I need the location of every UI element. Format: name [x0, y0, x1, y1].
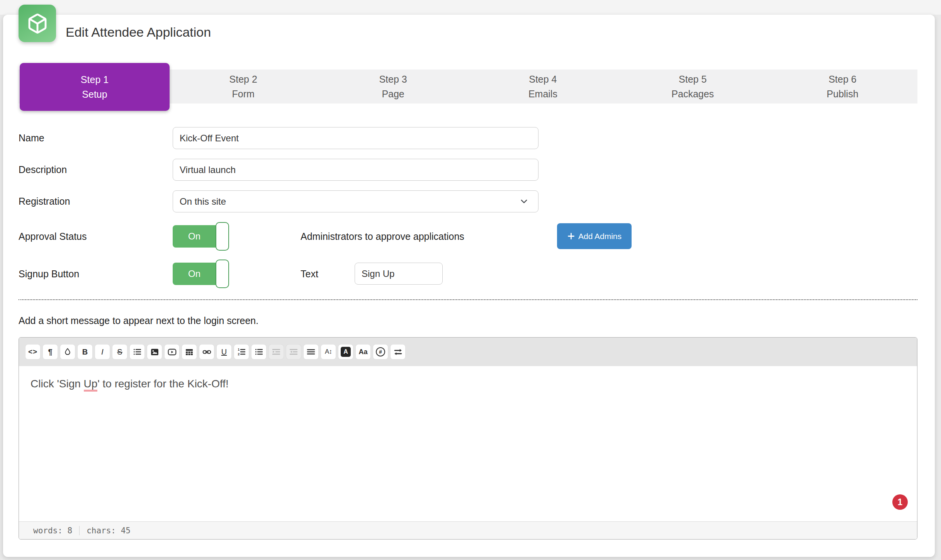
swap-arrows-icon — [393, 347, 403, 357]
approval-status-label: Approval Status — [19, 231, 87, 242]
view-html-button[interactable]: <> — [25, 344, 40, 359]
font-size-button[interactable]: A↕ — [321, 344, 336, 359]
unordered-list-icon — [132, 347, 142, 356]
italic-button[interactable]: I — [95, 344, 110, 359]
dotted-divider — [19, 299, 917, 300]
bullet-list-icon — [254, 347, 263, 356]
marked-text: Up — [84, 378, 98, 392]
text-case-icon: Aa — [358, 348, 367, 356]
name-input[interactable]: Kick-Off Event — [173, 127, 538, 149]
main-card: Edit Attendee Application Step 1 Setup S… — [3, 15, 935, 557]
italic-icon: I — [101, 347, 104, 356]
indent-button[interactable] — [269, 344, 284, 359]
step-tab-5[interactable]: Step 5 Packages — [618, 70, 768, 104]
text-background-icon: A — [341, 347, 351, 357]
step-tab-3[interactable]: Step 3 Page — [318, 70, 468, 104]
app-logo — [19, 5, 56, 42]
signup-text-input[interactable]: Sign Up — [355, 263, 443, 285]
add-admins-button[interactable]: Add Admins — [557, 223, 632, 249]
text-background-button[interactable]: A — [338, 344, 353, 359]
signup-text-label: Text — [301, 268, 318, 279]
strikethrough-button[interactable]: S — [112, 344, 127, 359]
box-icon — [27, 13, 48, 34]
outdent-icon — [289, 347, 298, 356]
text-direction-button[interactable] — [391, 344, 405, 359]
underline-icon: U — [221, 348, 227, 356]
step-tab-2[interactable]: Step 2 Form — [168, 70, 318, 104]
page-title: Edit Attendee Application — [66, 25, 211, 40]
name-label: Name — [19, 132, 44, 143]
image-icon — [150, 347, 160, 357]
approval-toggle-knob — [216, 222, 229, 251]
ordered-list-icon: 1 2 — [237, 347, 246, 356]
svg-text:1: 1 — [238, 348, 240, 351]
word-count: words: 8 — [33, 526, 72, 535]
editor-toolbar: <> ¶ B I S — [19, 338, 917, 366]
registration-select[interactable]: On this site — [173, 190, 538, 212]
signup-toggle-knob — [216, 260, 229, 288]
link-icon — [202, 347, 212, 357]
approval-toggle-state: On — [173, 225, 216, 248]
rich-text-editor: <> ¶ B I S — [19, 337, 917, 540]
editor-hint-text: Add a short message to appear next to th… — [19, 315, 258, 326]
indent-icon — [272, 347, 281, 356]
align-justify-icon — [306, 347, 316, 356]
char-count: chars: 45 — [87, 526, 131, 535]
signup-toggle[interactable]: On — [173, 263, 229, 285]
insert-table-button[interactable] — [182, 344, 197, 359]
link-button[interactable] — [199, 344, 214, 359]
plus-icon — [567, 232, 575, 240]
ordered-list-button[interactable]: 1 2 — [234, 344, 249, 359]
text-case-button[interactable]: Aa — [356, 344, 370, 359]
paragraph-icon: ¶ — [48, 348, 52, 356]
special-character-button[interactable]: # — [373, 344, 388, 359]
paragraph-format-button[interactable]: ¶ — [43, 344, 58, 359]
outdent-button[interactable] — [286, 344, 301, 359]
chevron-down-icon — [519, 196, 529, 207]
underline-button[interactable]: U — [217, 344, 231, 359]
signup-toggle-state: On — [173, 263, 216, 285]
step-tab-6[interactable]: Step 6 Publish — [768, 70, 917, 104]
error-count-badge: 1 — [892, 494, 908, 510]
font-size-icon: A↕ — [325, 348, 332, 356]
registration-label: Registration — [19, 196, 70, 207]
bold-icon: B — [82, 348, 88, 356]
description-input[interactable]: Virtual launch — [173, 159, 538, 181]
view-html-icon: <> — [28, 348, 37, 356]
statusbar-divider — [79, 526, 80, 535]
step-tab-4[interactable]: Step 4 Emails — [468, 70, 618, 104]
bold-button[interactable]: B — [78, 344, 92, 359]
editor-content[interactable]: Click 'Sign Up' to register for the Kick… — [19, 366, 917, 523]
signup-button-label: Signup Button — [19, 268, 79, 279]
svg-text:2: 2 — [238, 352, 240, 356]
video-icon — [167, 347, 177, 357]
text-color-button[interactable] — [60, 344, 75, 359]
admins-label: Administrators to approve applications — [301, 231, 464, 242]
insert-image-button[interactable] — [147, 344, 162, 359]
special-character-icon: # — [376, 347, 385, 356]
step-tab-1-active[interactable]: Step 1 Setup — [20, 63, 170, 111]
table-icon — [185, 347, 194, 356]
top-background-band — [0, 0, 941, 15]
description-label: Description — [19, 164, 67, 175]
unordered-list-button[interactable] — [130, 344, 144, 359]
align-justify-button[interactable] — [304, 344, 318, 359]
approval-toggle[interactable]: On — [173, 225, 229, 248]
insert-video-button[interactable] — [165, 344, 179, 359]
editor-statusbar: words: 8 chars: 45 — [19, 521, 917, 539]
bullet-list-button[interactable] — [251, 344, 266, 359]
droplet-icon — [63, 347, 72, 356]
strikethrough-icon: S — [117, 348, 122, 356]
